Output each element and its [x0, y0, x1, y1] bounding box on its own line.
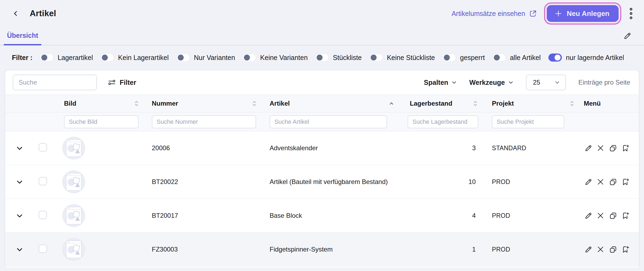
filter-toggle-keine-stückliste[interactable]	[369, 53, 383, 62]
row-checkbox[interactable]	[39, 211, 47, 219]
column-header-nummer[interactable]: Nummer	[148, 100, 266, 107]
column-header-projekt[interactable]: Projekt	[487, 100, 583, 107]
pencil-icon	[584, 245, 592, 254]
filter-toggle-item: alle Artikel	[492, 53, 541, 62]
pencil-icon	[584, 144, 592, 152]
row-checkbox[interactable]	[39, 245, 47, 253]
edit-button[interactable]	[584, 178, 592, 186]
column-header-menue: Menü	[583, 100, 639, 107]
delete-button[interactable]	[596, 144, 605, 152]
toggle-knob	[494, 55, 500, 61]
page-header: Artikel Artikelumsätze einsehen Neu Anle…	[0, 0, 644, 27]
search-input[interactable]	[13, 75, 97, 90]
column-header-bild[interactable]: Bild	[59, 100, 148, 107]
pencil-icon	[623, 32, 632, 40]
column-search-cell-projekt	[487, 115, 583, 128]
sort-icon[interactable]	[252, 101, 256, 106]
filter-toggle-stückliste[interactable]	[315, 53, 329, 62]
sort-icon[interactable]	[135, 101, 139, 106]
copy-icon	[609, 245, 617, 254]
table-row: 20006 Adventskalender 3 STANDARD	[5, 131, 639, 165]
edit-button[interactable]	[584, 245, 592, 254]
sort-icon[interactable]	[570, 101, 574, 106]
cell-artikel: Artikel (Bauteil mit verfügbarem Bestand…	[266, 178, 408, 186]
copy-icon	[609, 144, 617, 152]
expand-row-button[interactable]	[5, 178, 35, 186]
cell-menue	[583, 245, 639, 254]
cell-lagerbestand: 10	[408, 178, 487, 186]
cell-projekt: PROD	[487, 246, 583, 253]
duplicate-button[interactable]	[609, 144, 617, 152]
expand-row-button[interactable]	[5, 212, 35, 219]
filter-toggle-alle-artikel[interactable]	[492, 53, 506, 62]
delete-button[interactable]	[596, 245, 605, 254]
pencil-icon	[584, 178, 592, 186]
werkzeuge-dropdown[interactable]: Werkzeuge	[469, 79, 514, 86]
column-search-bild[interactable]	[64, 115, 139, 128]
edit-view-button[interactable]	[623, 27, 632, 45]
bookmark-button[interactable]	[621, 211, 630, 220]
sort-asc-icon[interactable]	[389, 102, 394, 105]
filter-button[interactable]: Filter	[108, 78, 136, 86]
sort-icon[interactable]	[473, 101, 477, 106]
kebab-menu-button[interactable]	[626, 6, 636, 21]
bookmark-button[interactable]	[621, 144, 630, 152]
filter-toggles: Lagerartikel Kein Lagerartikel Nur Varia…	[40, 53, 624, 62]
filter-toggle-nur-lagernde-artikel[interactable]	[548, 53, 562, 62]
edit-button[interactable]	[584, 144, 592, 152]
column-search-projekt[interactable]	[492, 115, 564, 128]
delete-button[interactable]	[596, 211, 605, 220]
bookmark-button[interactable]	[621, 178, 630, 186]
column-search-cell-lagerbestand	[408, 115, 487, 128]
expand-row-button[interactable]	[5, 145, 35, 152]
bookmark-button[interactable]	[621, 245, 630, 254]
x-icon	[596, 178, 605, 186]
expand-row-button[interactable]	[5, 246, 35, 253]
artikelumsaetze-link[interactable]: Artikelumsätze einsehen	[452, 9, 537, 18]
column-header-artikel[interactable]: Artikel	[266, 100, 408, 107]
filter-toggle-label: Keine Varianten	[260, 54, 308, 62]
cell-projekt: PROD	[487, 212, 583, 219]
filter-toggle-item: Lagerartikel	[40, 53, 93, 62]
page-size-select[interactable]: 25	[526, 75, 566, 90]
copy-icon	[609, 212, 617, 220]
filter-bar: Filter : Lagerartikel Kein Lagerartikel …	[0, 45, 644, 70]
x-icon	[596, 212, 605, 220]
table-search-row	[5, 112, 639, 131]
filter-toggle-label: Lagerartikel	[58, 54, 93, 62]
filter-toggle-nur-varianten[interactable]	[176, 53, 190, 62]
column-header-lagerbestand[interactable]: Lagerbestand	[408, 100, 487, 107]
spalten-dropdown[interactable]: Spalten	[424, 79, 457, 86]
column-search-artikel[interactable]	[270, 115, 387, 128]
table-row: BT20022 Artikel (Bauteil mit verfügbarem…	[5, 165, 639, 199]
toggle-knob	[555, 55, 561, 61]
filter-toggle-item: Keine Varianten	[243, 53, 308, 62]
edit-button[interactable]	[584, 211, 592, 220]
tab-uebersicht[interactable]: Übersicht	[4, 27, 41, 45]
filter-toggle-label: Nur Varianten	[194, 54, 235, 62]
filter-toggle-lagerartikel[interactable]	[40, 53, 53, 62]
filter-toggle-kein-lagerartikel[interactable]	[100, 53, 114, 62]
page-size-value: 25	[533, 79, 540, 86]
delete-button[interactable]	[596, 178, 605, 186]
filter-toggle-label: gesperrt	[460, 54, 485, 62]
filter-toggle-keine-varianten[interactable]	[243, 53, 256, 62]
cell-lagerbestand: 4	[408, 212, 487, 219]
cell-lagerbestand: 3	[408, 144, 487, 152]
filter-toggle-label: alle Artikel	[510, 54, 541, 62]
cell-bild	[59, 170, 148, 193]
column-search-nummer[interactable]	[152, 115, 256, 128]
duplicate-button[interactable]	[609, 178, 617, 186]
duplicate-button[interactable]	[609, 211, 617, 220]
neu-anlegen-button[interactable]: Neu Anlegen	[547, 5, 619, 22]
back-button[interactable]	[10, 8, 22, 19]
column-header-label: Menü	[584, 100, 601, 107]
artikel-page: { "header": { "title": "Artikel", "link_…	[0, 0, 644, 271]
duplicate-button[interactable]	[609, 245, 617, 254]
checkbox-cell	[35, 245, 59, 255]
filter-toggle-gesperrt[interactable]	[442, 53, 456, 62]
row-checkbox[interactable]	[39, 143, 47, 152]
cell-bild	[59, 204, 148, 227]
row-checkbox[interactable]	[39, 177, 47, 185]
column-search-lagerbestand[interactable]	[408, 115, 478, 128]
